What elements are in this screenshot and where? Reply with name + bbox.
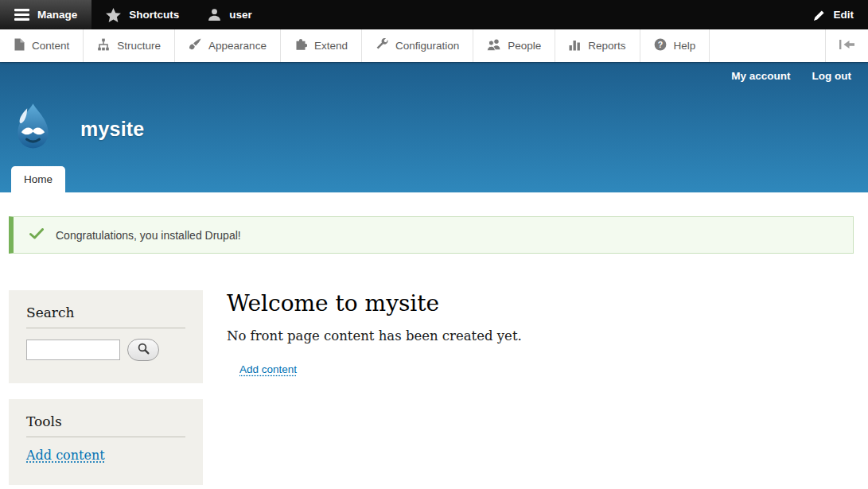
toolbar-item-label: Content (32, 40, 69, 52)
admin-bar-item-label: Shortcuts (129, 9, 179, 21)
logout-link[interactable]: Log out (812, 70, 851, 82)
toolbar-item-label: Reports (588, 40, 625, 52)
search-form (26, 339, 185, 361)
main-content: Welcome to mysite No front page content … (227, 290, 854, 376)
toolbar-item-extend[interactable]: Extend (281, 29, 362, 62)
appearance-icon (189, 38, 201, 53)
check-icon (29, 228, 44, 242)
structure-icon (97, 38, 110, 53)
help-icon: ? (654, 38, 667, 53)
magnifier-icon (138, 343, 150, 357)
star-icon (106, 8, 121, 22)
site-header: My account Log out mysite Home (0, 62, 868, 192)
toolbar-item-people[interactable]: People (473, 29, 555, 62)
search-block: Search (9, 290, 203, 383)
list-item: Add content (239, 362, 854, 376)
tab-home[interactable]: Home (11, 166, 65, 192)
status-message: Congratulations, you installed Drupal! (9, 216, 854, 254)
tools-block-title: Tools (26, 413, 185, 429)
toolbar-item-help[interactable]: ? Help (640, 29, 710, 62)
toolbar-item-appearance[interactable]: Appearance (175, 29, 281, 62)
admin-bar-item-user[interactable]: user (193, 0, 267, 29)
toolbar-item-label: Extend (314, 40, 348, 52)
content-icon (14, 38, 25, 53)
block-divider (26, 437, 185, 437)
admin-bar-item-shortcuts[interactable]: Shortcuts (91, 0, 193, 29)
admin-bar-edit-label: Edit (834, 9, 854, 21)
reports-icon (569, 38, 581, 53)
admin-bar-spacer (267, 0, 799, 29)
empty-content-text: No front page content has been created y… (227, 328, 854, 343)
pencil-icon (813, 9, 826, 21)
svg-text:?: ? (657, 40, 662, 49)
toolbar-item-label: Configuration (395, 40, 459, 52)
search-button[interactable] (127, 339, 159, 361)
search-input[interactable] (26, 340, 120, 360)
sidebar: Search Tools Add content (9, 290, 203, 485)
toolbar-item-label: People (508, 40, 541, 52)
my-account-link[interactable]: My account (731, 70, 790, 82)
toolbar-item-label: Appearance (208, 40, 267, 52)
admin-bar-item-label: user (229, 9, 252, 21)
page-title: Welcome to mysite (227, 290, 854, 316)
add-content-link[interactable]: Add content (239, 363, 297, 375)
drupal-logo[interactable] (10, 103, 56, 155)
admin-bar-item-manage[interactable]: Manage (0, 0, 91, 29)
toolbar-item-content[interactable]: Content (0, 29, 84, 62)
status-message-text: Congratulations, you installed Drupal! (56, 229, 241, 242)
admin-bar: Manage Shortcuts user Edit (0, 0, 868, 29)
toolbar-item-reports[interactable]: Reports (555, 29, 640, 62)
primary-tabs: Home (11, 166, 65, 192)
block-divider (26, 328, 185, 328)
people-icon (487, 38, 500, 53)
tools-block: Tools Add content (9, 399, 203, 485)
secondary-menu: My account Log out (731, 70, 851, 82)
vertical-orientation-icon (839, 39, 855, 53)
menu-icon (14, 9, 29, 21)
site-name[interactable]: mysite (80, 118, 144, 141)
toolbar-item-configuration[interactable]: Configuration (362, 29, 473, 62)
site-branding: mysite (10, 103, 144, 155)
toolbar-orientation-toggle[interactable] (825, 29, 868, 62)
action-links: Add content (227, 362, 854, 376)
toolbar-item-label: Help (674, 40, 696, 52)
toolbar-tray: Content Structure Appearance Extend Conf… (0, 29, 868, 62)
user-icon (208, 8, 221, 21)
toolbar-item-structure[interactable]: Structure (84, 29, 175, 62)
configuration-icon (376, 38, 388, 53)
search-block-title: Search (26, 305, 185, 320)
admin-bar-item-label: Manage (37, 9, 77, 21)
content-row: Search Tools Add content Welcome to (9, 290, 854, 485)
toolbar-item-label: Structure (117, 40, 161, 52)
main-area: Congratulations, you installed Drupal! S… (0, 216, 868, 485)
extend-icon (294, 38, 307, 53)
admin-bar-edit-button[interactable]: Edit (799, 0, 868, 29)
sidebar-add-content-link[interactable]: Add content (26, 448, 105, 463)
